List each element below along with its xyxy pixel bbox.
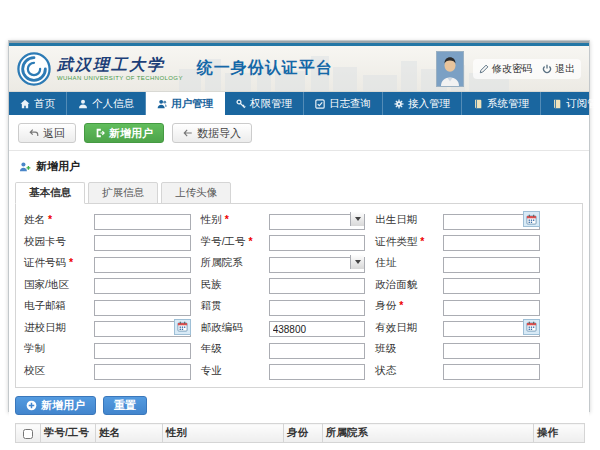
field-input-grade[interactable] (269, 343, 366, 359)
field-input-education-length[interactable] (94, 343, 191, 359)
chevron-down-icon[interactable] (350, 255, 364, 269)
column-header: 身份 (284, 424, 323, 443)
required-asterisk: * (48, 213, 52, 225)
calendar-icon[interactable] (174, 319, 191, 335)
field-input-name[interactable] (94, 214, 191, 230)
nav-item-system-management[interactable]: 系统管理 (462, 92, 541, 115)
chevron-down-icon[interactable] (350, 212, 364, 226)
toolbar-add-user-button[interactable]: 新增用户 (84, 123, 164, 143)
field-label-valid-date: 有效日期 (375, 319, 433, 338)
nav-item-user-management[interactable]: 用户管理 (146, 92, 225, 115)
university-titles: 武汉理工大学 WUHAN UNIVERSITY OF TECHNOLOGY (57, 57, 183, 81)
column-header: 性别 (163, 424, 284, 443)
field-label-text: 政治面貌 (375, 278, 417, 290)
field-label-status: 状态 (375, 362, 433, 381)
field-input-status[interactable] (443, 364, 540, 380)
field-input-identity[interactable] (443, 300, 540, 316)
back-button[interactable]: 返回 (18, 123, 76, 143)
tab-upload-avatar[interactable]: 上传头像 (161, 182, 231, 204)
app-header: 武汉理工大学 WUHAN UNIVERSITY OF TECHNOLOGY 统一… (9, 46, 589, 92)
platform-title: 统一身份认证平台 (197, 58, 333, 79)
field-input-id-number[interactable] (94, 257, 191, 273)
nav-item-log-query[interactable]: 日志查询 (304, 92, 383, 115)
import-arrow-icon (183, 128, 193, 138)
required-asterisk: * (225, 213, 229, 225)
field-cell-email (94, 297, 191, 316)
add-user-section-icon (19, 161, 31, 173)
calendar-icon[interactable] (523, 211, 540, 227)
field-cell-birth-date (443, 211, 540, 230)
tab-extended-info[interactable]: 扩展信息 (88, 182, 158, 204)
field-label-gender: 性别* (201, 211, 259, 230)
header-links: 修改密码 退出 (473, 59, 581, 79)
field-input-student-employee-id[interactable] (269, 235, 366, 251)
change-password-label: 修改密码 (492, 62, 532, 76)
field-label-text: 年级 (201, 342, 222, 354)
field-label-text: 性别 (201, 213, 222, 225)
nav-item-subscription-management[interactable]: 订阅管理 (541, 92, 600, 115)
field-cell-education-length (94, 340, 191, 359)
nav-item-label: 日志查询 (329, 97, 371, 111)
field-label-text: 国家/地区 (24, 278, 69, 290)
field-input-ethnicity[interactable] (269, 278, 366, 294)
form-actions: 新增用户 重置 (15, 396, 583, 415)
field-input-class[interactable] (443, 343, 540, 359)
field-cell-department (269, 254, 366, 273)
log-check-icon (315, 99, 325, 109)
university-name-cn: 武汉理工大学 (57, 57, 183, 73)
nav-item-personal-info[interactable]: 个人信息 (67, 92, 146, 115)
book-icon (473, 99, 483, 109)
field-cell-enrollment-date (94, 319, 191, 338)
change-password-link[interactable]: 修改密码 (479, 62, 532, 76)
user-avatar[interactable] (436, 51, 464, 87)
gear-icon (394, 99, 404, 109)
field-cell-political-status (443, 276, 540, 295)
user-result-table: 学号/工号姓名性别身份所属院系操作 (15, 423, 585, 443)
form-tabs: 基本信息扩展信息上传头像 (15, 182, 583, 204)
nav-item-access-management[interactable]: 接入管理 (383, 92, 462, 115)
field-label-text: 班级 (375, 342, 396, 354)
data-import-button[interactable]: 数据导入 (172, 123, 252, 143)
field-input-country-region[interactable] (94, 278, 191, 294)
field-input-native-place[interactable] (269, 300, 366, 316)
submit-add-user-button[interactable]: 新增用户 (15, 396, 96, 415)
field-label-text: 学制 (24, 342, 45, 354)
select-all-checkbox[interactable] (23, 429, 33, 439)
required-asterisk: * (420, 235, 424, 247)
field-label-text: 所属院系 (201, 256, 243, 268)
field-input-id-type[interactable] (443, 235, 540, 251)
nav-item-label: 订阅管理 (566, 97, 600, 111)
field-cell-id-type (443, 233, 540, 252)
logout-label: 退出 (555, 62, 575, 76)
field-input-address[interactable] (443, 257, 540, 273)
nav-item-label: 个人信息 (92, 97, 134, 111)
logout-link[interactable]: 退出 (542, 62, 575, 76)
nav-item-home[interactable]: 首页 (9, 92, 67, 115)
field-label-id-type: 证件类型* (375, 233, 433, 252)
field-input-postal-code[interactable] (269, 321, 366, 337)
field-label-identity: 身份* (375, 297, 433, 316)
field-input-campus-card-no[interactable] (94, 235, 191, 251)
export-door-icon (95, 128, 105, 138)
field-input-email[interactable] (94, 300, 191, 316)
field-input-campus[interactable] (94, 364, 191, 380)
submit-add-user-label: 新增用户 (41, 398, 85, 413)
column-header: 学号/工号 (41, 424, 96, 443)
field-cell-address (443, 254, 540, 273)
nav-item-label: 系统管理 (487, 97, 529, 111)
power-icon (542, 64, 552, 74)
field-label-id-number: 证件号码* (24, 254, 84, 273)
field-label-class: 班级 (375, 340, 433, 359)
field-input-major[interactable] (269, 364, 366, 380)
field-label-text: 出生日期 (375, 213, 417, 225)
nav-item-label: 用户管理 (171, 97, 213, 111)
field-label-student-employee-id: 学号/工号* (201, 233, 259, 252)
field-label-text: 学号/工号 (201, 235, 246, 247)
tab-basic-info[interactable]: 基本信息 (15, 182, 85, 204)
field-input-political-status[interactable] (443, 278, 540, 294)
reset-button[interactable]: 重置 (103, 396, 147, 415)
calendar-icon[interactable] (523, 319, 540, 335)
toolbar-add-user-label: 新增用户 (109, 126, 153, 141)
nav-item-permission-management[interactable]: 权限管理 (225, 92, 304, 115)
university-name-en: WUHAN UNIVERSITY OF TECHNOLOGY (57, 75, 183, 81)
